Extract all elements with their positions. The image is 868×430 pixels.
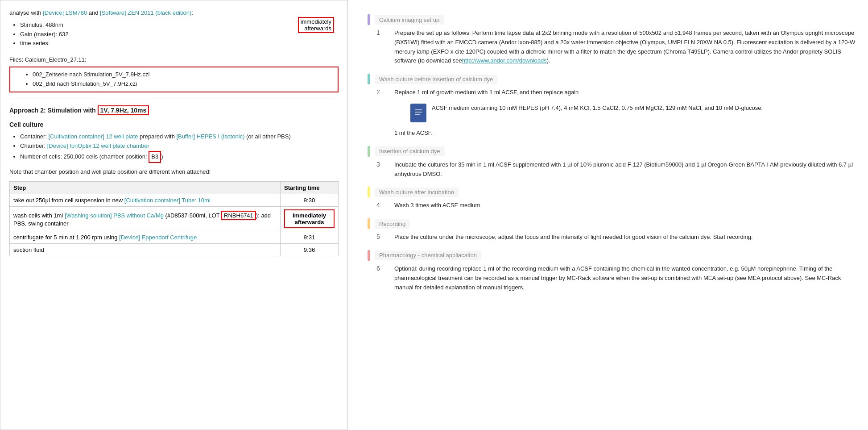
intro-device: [Device] LSM780 xyxy=(43,9,87,16)
protocol-table: Step Starting time take out 250µl from c… xyxy=(9,181,339,256)
immediately-cell: immediatelyafterwards xyxy=(284,209,335,228)
step-row: 4Wash 3 times with ACSF medium. xyxy=(368,201,857,210)
row2-step: wash cells with 1ml [Washing solution] P… xyxy=(10,206,281,231)
step-content: Prepare the set up as follows: Perform t… xyxy=(394,29,857,66)
step-row: 3Incubate the cultures for 35 min in 1 m… xyxy=(368,160,857,179)
section-label-pharmacology: Pharmacology - chemical appliacation xyxy=(375,250,481,260)
section-group-pharmacology: Pharmacology - chemical appliacation6Opt… xyxy=(368,250,857,292)
note-text: Note that chamber position and well plat… xyxy=(9,167,339,177)
approach-title: Approach 2: Stimulation with 1V, 7.9Hz, … xyxy=(9,105,339,115)
table-row: suction fluid 9:36 xyxy=(10,243,339,256)
file1: 002_Zeitserie nach Stimulation_5V_7.9Hz.… xyxy=(33,70,333,79)
section-header-recording: Recording xyxy=(368,218,857,229)
section-color-bar xyxy=(368,187,370,197)
doc-block: ACSF medium containing 10 mM HEPES (pH 7… xyxy=(410,101,857,125)
row1-time: 9:30 xyxy=(281,194,339,206)
section-group-calcium-imaging-setup: Calcium imaging set up1Prepare the set u… xyxy=(368,14,857,66)
doc-text: ACSF medium containing 10 mM HEPES (pH 7… xyxy=(432,104,857,113)
row2-time: immediatelyafterwards xyxy=(281,206,339,231)
row3-time: 9:31 xyxy=(281,231,339,243)
step-row: 2Replace 1 ml of growth medium with 1 ml… xyxy=(368,88,857,138)
step-row: 6Optional: during recording replace 1 ml… xyxy=(368,264,857,292)
step-number: 3 xyxy=(376,161,390,179)
svg-rect-0 xyxy=(415,109,422,110)
intro-prefix: analyse with xyxy=(9,9,43,16)
andor-link[interactable]: http://www.andor.com/downloads xyxy=(462,57,547,64)
immediately-box: immediately afterwards xyxy=(298,17,334,33)
cell-culture-title: Cell culture xyxy=(9,120,339,129)
section-color-bar xyxy=(368,218,370,229)
section-label-wash-before: Wash culture before insertion of calcium… xyxy=(375,75,497,84)
table-row: wash cells with 1ml [Washing solution] P… xyxy=(10,206,339,231)
intro-and: and xyxy=(87,9,100,16)
step-number: 5 xyxy=(376,233,390,242)
file2: 002_Bild nach Stimulation_5V_7.9Hz.czi xyxy=(33,79,333,89)
bullet-chamber: Chamber: [Device] IonOptix 12 well plate… xyxy=(20,142,339,151)
row3-step: centrifugate for 5 min at 1,200 rpm usin… xyxy=(10,231,281,243)
row1-step: take out 250µl from cell suspension in n… xyxy=(10,194,281,206)
section-label-insertion-calcium-dye: Insertion of calcium dye xyxy=(375,146,445,156)
section-label-calcium-imaging-setup: Calcium imaging set up xyxy=(375,15,444,25)
section-header-insertion-calcium-dye: Insertion of calcium dye xyxy=(368,146,857,157)
section-header-pharmacology: Pharmacology - chemical appliacation xyxy=(368,250,857,261)
intro-text: analyse with [Device] LSM780 and [Softwa… xyxy=(9,8,339,18)
step-content: Wash 3 times with ACSF medium. xyxy=(394,201,857,210)
document-icon xyxy=(410,104,426,122)
svg-rect-2 xyxy=(415,114,420,115)
section-group-recording: Recording5Place the culture under the mi… xyxy=(368,218,857,242)
left-panel: analyse with [Device] LSM780 and [Softwa… xyxy=(0,0,348,430)
b3-highlight: B3 xyxy=(149,151,161,163)
col-time: Starting time xyxy=(281,181,339,194)
step-content: Incubate the cultures for 35 min in 1 ml… xyxy=(394,160,857,179)
section-label-wash-after-incubation: Wash culture after incubation xyxy=(375,188,459,197)
intro-software: [Software] ZEN 2011 (black edition) xyxy=(100,9,191,16)
section-header-wash-after-incubation: Wash culture after incubation xyxy=(368,187,857,197)
col-step: Step xyxy=(10,181,281,194)
section-header-wash-before: Wash culture before insertion of calcium… xyxy=(368,74,857,84)
step-content: Optional: during recording replace 1 ml … xyxy=(394,264,857,292)
sections-container: Calcium imaging set up1Prepare the set u… xyxy=(359,14,857,292)
step-number: 1 xyxy=(376,29,390,66)
section-group-wash-before: Wash culture before insertion of calcium… xyxy=(368,74,857,138)
section-group-wash-after-incubation: Wash culture after incubation4Wash 3 tim… xyxy=(368,187,857,210)
section-color-bar xyxy=(368,146,370,157)
section-group-insertion-calcium-dye: Insertion of calcium dye3Incubate the cu… xyxy=(368,146,857,179)
bullet-cells: Number of cells: 250,000 cells (chamber … xyxy=(20,151,339,163)
step-row: 5Place the culture under the microscope,… xyxy=(368,233,857,242)
row4-time: 9:36 xyxy=(281,243,339,256)
table-row: centrifugate for 5 min at 1,200 rpm usin… xyxy=(10,231,339,243)
row4-step: suction fluid xyxy=(10,243,281,256)
step-content: Replace 1 ml of growth medium with 1 ml … xyxy=(394,88,857,138)
step-row: 1Prepare the set up as follows: Perform … xyxy=(368,29,857,66)
bullet-container: Container: [Cultivation container] 12 we… xyxy=(20,132,339,142)
right-panel: Calcium imaging set up1Prepare the set u… xyxy=(348,0,868,430)
step-number: 6 xyxy=(376,265,390,292)
section-color-bar xyxy=(368,74,370,84)
table-row: take out 250µl from cell suspension in n… xyxy=(10,194,339,206)
approach-highlight: 1V, 7.9Hz, 10ms xyxy=(98,105,149,115)
svg-rect-1 xyxy=(415,112,422,113)
rnbh-highlight: RNBH6741 xyxy=(221,211,256,220)
section-header-calcium-imaging-setup: Calcium imaging set up xyxy=(368,14,857,25)
files-section: Files: Calcium_Electro_27.11: 002_Zeitse… xyxy=(9,55,339,92)
section-color-bar xyxy=(368,250,370,261)
step-content: Place the culture under the microscope, … xyxy=(394,233,857,242)
section-label-recording: Recording xyxy=(375,219,410,229)
bullet-time-series: time series: xyxy=(20,39,339,48)
section-color-bar xyxy=(368,14,370,25)
step-number: 4 xyxy=(376,201,390,210)
files-box: 002_Zeitserie nach Stimulation_5V_7.9Hz.… xyxy=(9,67,339,92)
step-number: 2 xyxy=(376,88,390,138)
